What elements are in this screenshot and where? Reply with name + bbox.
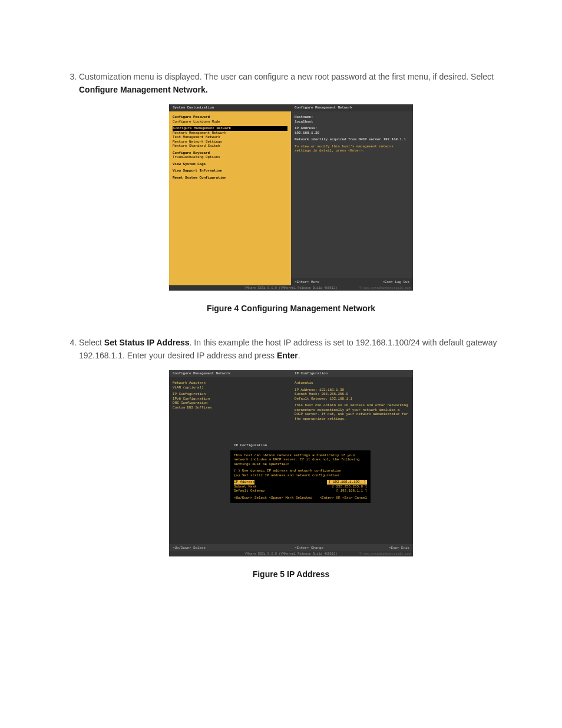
menu-network-adapters[interactable]: Network Adapters [173,381,287,386]
menu-restart-mgmt-network[interactable]: Restart Management Network [173,131,287,136]
step4-text-a: Select [79,338,104,347]
step4-bold-a: Set Status IP Address [104,338,190,347]
configure-mgmt-network-title: Configure Management Network [291,104,413,111]
menu-troubleshooting[interactable]: Troubleshooting Options [173,155,287,160]
mode-automatic: Automatic [295,381,409,386]
help-text: To view or modify this host's management… [295,144,409,153]
radio-use-dynamic[interactable]: ( ) Use dynamic IP address and network c… [234,469,367,473]
ip-value: 192.168.1.30 [295,131,409,136]
footer-enter-change: <Enter> Change [295,545,323,551]
dialog-foot-left: <Up/Down> Select <Space> Mark Selected [234,496,312,500]
ip-configuration-title: IP Configuration [291,370,413,377]
network-identity: Network identity acquired from DHCP serv… [295,137,409,142]
subnet-mask-input: [ 255.255.255.0 ] [332,485,367,489]
dhcp-help-text: This host can obtain an IP address and o… [295,403,409,421]
brand-link: © www.sysadmintutorials.com [360,286,411,291]
menu-dns-configuration[interactable]: DNS Configuration [173,401,287,406]
default-gateway-line: Default Gateway: 192.168.1.1 [295,397,409,401]
menu-vlan-optional[interactable]: VLAN (optional) [173,386,287,390]
footer-esc-exit: <Esc> Exit [389,545,409,551]
menu-test-mgmt-network[interactable]: Test Management Network [173,135,287,140]
figure5-caption: Figure 5 IP Address [79,568,503,581]
vmware-build-info: VMware ESXi 5.0.0 (VMKernel Release Buil… [245,552,338,557]
figure4-caption: Figure 4 Configuring Management Network [79,302,503,315]
menu-restore-standard-switch[interactable]: Restore Standard Switch [173,144,287,149]
configure-mgmt-network-title: Configure Management Network [169,370,291,377]
menu-configure-mgmt-network[interactable]: Configure Management Network [173,126,287,131]
ip-address-line: IP Address: 192.168.1.30 [295,388,409,393]
hostname-label: Hostname: [295,115,409,120]
footer-enter-more: <Enter> More [295,279,319,285]
footer-esc-logout: <Esc> Log Out [382,279,409,285]
menu-custom-dns-suffixes[interactable]: Custom DNS Suffixes [173,406,287,410]
menu-ipv6-configuration[interactable]: IPv6 Configuration [173,397,287,401]
step3-bold: Configure Management Network. [79,85,208,94]
menu-view-support-info[interactable]: View Support Information [173,169,287,173]
hostname-value: localhost [295,120,409,124]
menu-restore-network-settings[interactable]: Restore Network Settings [173,140,287,144]
row-ip-address-label[interactable]: IP Address [234,480,254,485]
menu-configure-password[interactable]: Configure Password [173,115,287,120]
ip-label: IP Address: [295,126,409,131]
step4-bold-b: Enter [277,351,298,360]
brand-link: © www.sysadmintutorials.com [360,552,411,557]
vmware-build-info: VMware ESXi 5.0.0 (VMKernel Release Buil… [245,286,338,291]
dialog-foot-right: <Enter> OK <Esc> Cancel [319,496,367,500]
menu-reset-system-config[interactable]: Reset System Configuration [173,176,287,180]
dialog-intro: This host can obtain network settings au… [234,453,367,467]
default-gateway-input: [ 192.168.1.1 ] [336,489,367,493]
menu-configure-keyboard[interactable]: Configure Keyboard [173,151,287,156]
step-4: Select Set Status IP Address. In this ex… [79,337,503,581]
step-3: Customization menu is displayed. The use… [79,71,503,315]
step4-text-c: . [298,351,300,360]
radio-set-static[interactable]: (o) Set static IP address and network co… [234,473,367,478]
row-subnet-mask-label[interactable]: Subnet Mask [234,485,257,489]
ip-address-input: [ 192.168.1.100_ ] [327,480,367,485]
footer-updown-select: <Up/Down> Select [173,545,206,551]
figure4-screenshot: System Customization Configure Password … [169,104,413,291]
figure5-screenshot: Configure Management Network Network Ada… [169,370,413,556]
step3-text: Customization menu is displayed. The use… [79,72,494,81]
menu-configure-lockdown[interactable]: Configure Lockdown Mode [173,120,287,124]
subnet-mask-line: Subnet Mask: 255.255.255.0 [295,392,409,397]
menu-ip-configuration[interactable]: IP Configuration [173,392,287,397]
dialog-title: IP Configuration [230,441,371,450]
sys-customization-title: System Customization [169,104,291,111]
ip-configuration-dialog: IP Configuration This host can obtain ne… [230,441,371,503]
menu-view-system-logs[interactable]: View System Logs [173,162,287,167]
row-default-gateway-label[interactable]: Default Gateway [234,489,265,493]
